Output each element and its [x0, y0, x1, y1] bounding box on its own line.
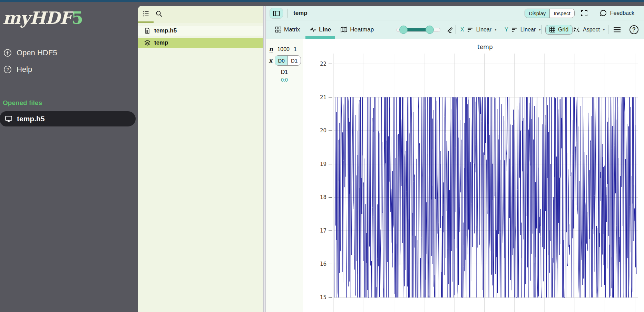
toolbar-divider	[456, 25, 456, 34]
main-panel: temp Display Inspect Feedback	[266, 6, 644, 312]
grid-label: Grid	[558, 27, 568, 33]
aspect-selector[interactable]: Aspect ▾	[573, 27, 605, 33]
waveform-icon	[310, 27, 316, 32]
svg-text:21: 21	[320, 94, 326, 101]
slider-thumb-left[interactable]	[399, 26, 408, 34]
x-scale-selector[interactable]: X Linear ▾	[460, 27, 497, 33]
line-chart-canvas[interactable]: 2221201918171615temp	[303, 39, 644, 312]
tab-heatmap[interactable]: Heatmap	[336, 20, 379, 39]
scale-icon	[511, 27, 517, 32]
vis-tabs: Matrix Line Heatmap	[271, 20, 379, 39]
slicing-slider-block: D1 0:0	[266, 69, 303, 83]
opened-file-name: temp.h5	[17, 115, 45, 123]
slider-thumb-right[interactable]	[426, 26, 434, 34]
n-dimensions-label: n	[269, 46, 273, 53]
header-actions: Display Inspect Feedback	[525, 6, 634, 20]
slicing-dim-label: D1	[266, 69, 303, 75]
circle-question-icon: ?	[3, 65, 12, 74]
tab-matrix-label: Matrix	[284, 26, 300, 33]
opened-file-item[interactable]: temp.h5	[0, 111, 136, 126]
open-hdf5-button[interactable]: Open HDF5	[3, 48, 57, 57]
document-icon	[144, 28, 150, 34]
svg-text:15: 15	[320, 294, 326, 301]
x-mapping-row: x D0 D1	[269, 55, 301, 66]
fullscreen-button[interactable]	[580, 9, 589, 18]
question-mark-icon: ?	[632, 27, 636, 33]
help-label: Help	[17, 65, 32, 74]
slicing-value[interactable]: 0:0	[266, 77, 303, 83]
map-icon	[341, 27, 347, 32]
inspect-tab[interactable]: Inspect	[550, 9, 574, 18]
dim-size-1: 1	[294, 46, 297, 53]
y-scale-value: Linear	[520, 27, 536, 33]
file-explorer-panel: temp.h5 temp	[138, 6, 263, 312]
sidebar-divider	[3, 92, 130, 92]
y-axis-letter: Y	[505, 27, 508, 33]
aspect-label: Aspect	[583, 27, 600, 33]
app-sidebar: myHDF5 Open HDF5 ? Help Opened files tem…	[0, 2, 138, 312]
sidebar-toggle-button[interactable]	[270, 8, 283, 18]
tab-line[interactable]: Line	[305, 20, 336, 39]
more-options-button[interactable]	[614, 27, 621, 32]
tab-line-label: Line	[319, 26, 331, 33]
curve-width-slider[interactable]	[396, 25, 440, 34]
scale-icon	[467, 27, 473, 32]
svg-text:19: 19	[320, 161, 326, 167]
aspect-ratio-icon	[573, 27, 580, 33]
search-tab[interactable]	[151, 6, 167, 21]
dims-row: n 1000 1	[269, 46, 297, 53]
mode-switch: Display Inspect	[525, 9, 575, 18]
tree-item-dataset-selected[interactable]: temp	[138, 38, 263, 48]
chevron-down-icon: ▾	[495, 27, 497, 32]
grid-toggle-button[interactable]: Grid	[545, 25, 573, 35]
svg-text:17: 17	[320, 228, 326, 234]
toolbar-divider	[608, 25, 608, 34]
display-tab[interactable]: Display	[525, 9, 550, 18]
search-icon	[155, 10, 163, 18]
tab-matrix[interactable]: Matrix	[271, 20, 305, 39]
breadcrumb: temp	[293, 10, 308, 17]
x-scale-value: Linear	[476, 27, 491, 33]
monitor-icon	[5, 115, 12, 123]
feedback-label: Feedback	[610, 10, 634, 16]
dimension-toggle: D0 D1	[275, 55, 301, 66]
explorer-tabbar	[138, 6, 263, 23]
speech-bubble-icon	[599, 9, 607, 17]
y-scale-selector[interactable]: Y Linear ▾	[505, 27, 541, 33]
matrix-icon	[275, 27, 281, 32]
svg-text:18: 18	[320, 194, 326, 200]
svg-text:temp: temp	[477, 44, 492, 50]
tree-item-file-label: temp.h5	[154, 27, 177, 34]
panel-resizer[interactable]	[263, 6, 266, 312]
active-tab-indicator	[138, 21, 154, 23]
panel-toggle-icon	[273, 10, 280, 17]
pen-icon	[447, 26, 453, 33]
help-button[interactable]: ?	[630, 25, 638, 34]
help-link[interactable]: ? Help	[3, 65, 32, 74]
tree-item-file[interactable]: temp.h5	[138, 26, 263, 36]
svg-text:?: ?	[6, 67, 9, 72]
list-icon	[142, 10, 150, 18]
grid-icon	[549, 27, 555, 32]
x-axis-letter: X	[460, 27, 464, 33]
visualization-toolbar: Matrix Line Heatmap	[266, 20, 644, 39]
circle-plus-icon	[3, 49, 12, 57]
svg-text:22: 22	[320, 61, 326, 67]
fullscreen-icon	[580, 9, 588, 17]
tree-item-dataset-label: temp	[154, 39, 168, 46]
edit-button[interactable]	[447, 26, 453, 33]
feedback-button[interactable]: Feedback	[599, 9, 634, 17]
tab-heatmap-label: Heatmap	[350, 26, 374, 33]
chevron-down-icon: ▾	[539, 27, 541, 32]
x-mapping-label: x	[269, 57, 272, 64]
app-logo[interactable]: myHDF5	[3, 8, 83, 28]
toolbar-divider	[594, 9, 594, 18]
svg-text:20: 20	[320, 127, 326, 134]
chevron-down-icon: ▾	[603, 27, 605, 32]
open-hdf5-label: Open HDF5	[17, 48, 57, 57]
dim-size-0: 1000	[277, 46, 290, 53]
breadcrumb-bar: temp Display Inspect Feedback	[266, 6, 644, 20]
layers-icon	[144, 40, 150, 46]
dim-option-d1[interactable]: D1	[288, 56, 301, 65]
dim-option-d0[interactable]: D0	[275, 56, 288, 65]
